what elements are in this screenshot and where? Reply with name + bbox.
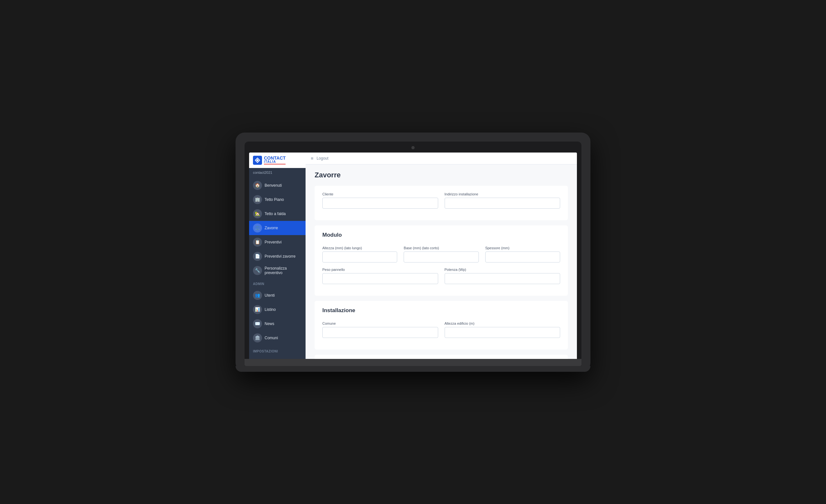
- peso-label: Peso pannello: [322, 268, 438, 271]
- logout-button[interactable]: Logout: [316, 156, 329, 161]
- sidebar-item-tetto-piano[interactable]: 🏢 Tetto Piano: [249, 192, 305, 207]
- sidebar-item-personalizza[interactable]: 🔧 Personalizza preventivo: [249, 263, 305, 277]
- sidebar-nav-main: 🏠 Benvenuti 🏢 Tetto Piano 🏡 Tetto a fald…: [249, 177, 305, 279]
- modulo-section-title: Modulo: [322, 232, 560, 241]
- sidebar-label-preventivi-zavorre: Preventivi zavorre: [264, 254, 296, 259]
- topbar: ≡ Logout: [305, 152, 577, 165]
- news-icon: ✉️: [253, 319, 262, 328]
- laptop-camera: [411, 146, 415, 149]
- sidebar-label-news: News: [264, 321, 274, 326]
- app-container: CONTACT ITALIA contact2021 🏠 Benvenuti 🏢: [249, 152, 577, 359]
- sidebar-item-news[interactable]: ✉️ News: [249, 317, 305, 331]
- potenza-input[interactable]: [445, 273, 560, 284]
- impostazioni-section-label: IMPOSTAZIONI: [249, 346, 305, 355]
- sidebar-label-benvenuti: Benvenuti: [264, 183, 282, 188]
- cliente-label: Cliente: [322, 192, 438, 196]
- tetto-piano-icon: 🏢: [253, 195, 262, 204]
- peso-group: Peso pannello: [322, 268, 438, 284]
- sidebar-item-benvenuti[interactable]: 🏠 Benvenuti: [249, 178, 305, 192]
- sidebar-item-zavorre[interactable]: ⚖️ Zavorre: [249, 221, 305, 235]
- sidebar-item-comuni[interactable]: 🏛️ Comuni: [249, 331, 305, 345]
- modulo-row2: Peso pannello Potenza (Wp): [322, 268, 560, 284]
- menu-icon[interactable]: ≡: [311, 156, 313, 161]
- sidebar-label-personalizza: Personalizza preventivo: [264, 266, 302, 275]
- sidebar-label-zavorre: Zavorre: [264, 226, 278, 230]
- comuni-icon: 🏛️: [253, 333, 262, 342]
- spessore-label: Spessore (mm): [485, 246, 560, 250]
- laptop-outer: CONTACT ITALIA contact2021 🏠 Benvenuti 🏢: [236, 132, 590, 372]
- sidebar-nav-admin: 👥 Utenti 📊 Listino ✉️ News 🏛️: [249, 287, 305, 346]
- cliente-group: Cliente: [322, 192, 438, 209]
- modulo-row1: Altezza (mm) (lato lungo) Base (mm) (lat…: [322, 246, 560, 262]
- utenti-icon: 👥: [253, 291, 262, 300]
- potenza-group: Potenza (Wp): [445, 268, 560, 284]
- preventivi-zavorre-icon: 📄: [253, 252, 262, 261]
- modulo-card: Modulo Altezza (mm) (lato lungo) Base (m…: [314, 226, 568, 296]
- altezza-edificio-input[interactable]: [445, 327, 560, 338]
- logo-text: CONTACT ITALIA: [264, 156, 286, 165]
- laptop-bezel: CONTACT ITALIA contact2021 🏠 Benvenuti 🏢: [245, 141, 581, 366]
- altezza-edificio-group: Altezza edificio (m): [445, 321, 560, 338]
- sidebar-label-tetto-falda: Tetto a falda: [264, 211, 286, 216]
- zavorre-card: Zavorre Fila 1 Nessuna selezione Opzione…: [314, 355, 568, 359]
- client-card: Cliente Indirizzo installazione: [314, 186, 568, 220]
- sidebar-item-tetto-falda[interactable]: 🏡 Tetto a falda: [249, 207, 305, 221]
- sidebar-username: contact2021: [249, 168, 305, 177]
- sidebar-label-tetto-piano: Tetto Piano: [264, 197, 284, 202]
- altezza-group: Altezza (mm) (lato lungo): [322, 246, 397, 262]
- cliente-input[interactable]: [322, 198, 438, 209]
- altezza-label: Altezza (mm) (lato lungo): [322, 246, 397, 250]
- sidebar-item-listino[interactable]: 📊 Listino: [249, 303, 305, 317]
- laptop-base: [245, 359, 581, 366]
- benvenuti-icon: 🏠: [253, 181, 262, 190]
- indirizzo-input[interactable]: [445, 198, 560, 209]
- sidebar-item-utenti[interactable]: 👥 Utenti: [249, 288, 305, 303]
- logo-italia-text: ITALIA: [264, 160, 286, 164]
- installazione-section-title: Installazione: [322, 307, 560, 316]
- sidebar: CONTACT ITALIA contact2021 🏠 Benvenuti 🏢: [249, 152, 305, 359]
- logo-line: [264, 164, 286, 165]
- installazione-card: Installazione Comune Altezza edificio (m…: [314, 301, 568, 350]
- spessore-input[interactable]: [485, 252, 560, 262]
- sidebar-label-preventivi: Preventivi: [264, 240, 282, 244]
- client-row: Cliente Indirizzo installazione: [322, 192, 560, 209]
- sidebar-item-preventivi-zavorre[interactable]: 📄 Preventivi zavorre: [249, 249, 305, 263]
- altezza-input[interactable]: [322, 252, 397, 262]
- indirizzo-label: Indirizzo installazione: [445, 192, 560, 196]
- preventivi-icon: 📋: [253, 238, 262, 247]
- sidebar-label-comuni: Comuni: [264, 336, 278, 340]
- logo-icon: [253, 156, 262, 165]
- sidebar-item-preventivi[interactable]: 📋 Preventivi: [249, 235, 305, 249]
- installazione-row: Comune Altezza edificio (m): [322, 321, 560, 338]
- personalizza-icon: 🔧: [253, 266, 262, 275]
- comune-group: Comune: [322, 321, 438, 338]
- sidebar-label-listino: Listino: [264, 307, 276, 312]
- sidebar-label-utenti: Utenti: [264, 293, 275, 298]
- listino-icon: 📊: [253, 305, 262, 314]
- base-label: Base (mm) (lato corto): [404, 246, 478, 250]
- spessore-group: Spessore (mm): [485, 246, 560, 262]
- sidebar-logo: CONTACT ITALIA: [249, 152, 305, 168]
- base-group: Base (mm) (lato corto): [404, 246, 478, 262]
- laptop-bottom: [236, 366, 590, 372]
- altezza-edificio-label: Altezza edificio (m): [445, 321, 560, 325]
- logo-contact-text: CONTACT: [264, 156, 286, 160]
- comune-label: Comune: [322, 321, 438, 325]
- tetto-falda-icon: 🏡: [253, 209, 262, 218]
- peso-input[interactable]: [322, 273, 438, 284]
- admin-section-label: ADMIN: [249, 279, 305, 287]
- potenza-label: Potenza (Wp): [445, 268, 560, 271]
- indirizzo-group: Indirizzo installazione: [445, 192, 560, 209]
- base-input[interactable]: [404, 252, 478, 262]
- main-content: ≡ Logout Zavorre Cliente: [305, 152, 577, 359]
- laptop-screen: CONTACT ITALIA contact2021 🏠 Benvenuti 🏢: [249, 152, 577, 359]
- comune-input[interactable]: [322, 327, 438, 338]
- page-title: Zavorre: [314, 171, 568, 179]
- zavorre-icon: ⚖️: [253, 224, 262, 233]
- content-area: Zavorre Cliente Indirizzo installazione: [305, 165, 577, 359]
